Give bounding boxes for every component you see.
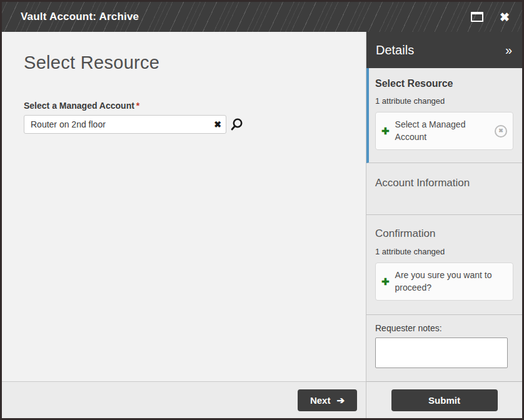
dialog-title: Vault Account: Archive xyxy=(21,11,471,23)
main-panel: Select Resource Select a Managed Account… xyxy=(2,32,366,418)
account-information-step-title: Account Information xyxy=(375,177,513,189)
managed-account-label-text: Select a Managed Account xyxy=(24,101,134,111)
required-asterisk: * xyxy=(136,101,139,111)
remove-change-icon[interactable]: ✖ xyxy=(495,125,507,138)
vault-account-archive-dialog: Vault Account: Archive ✖ Select Resource… xyxy=(0,0,524,420)
maximize-icon[interactable] xyxy=(471,12,483,22)
remove-change-x: ✖ xyxy=(498,128,503,134)
confirmation-attr-status: 1 attribute changed xyxy=(375,247,513,256)
dialog-titlebar: Vault Account: Archive ✖ xyxy=(2,2,522,32)
details-sidebar: Details » Select Resource 1 attribute ch… xyxy=(366,32,522,418)
dialog-body: Select Resource Select a Managed Account… xyxy=(2,32,522,418)
close-icon[interactable]: ✖ xyxy=(500,11,510,23)
select-resource-step-title: Select Resource xyxy=(375,78,513,89)
sidebar-section-account-information[interactable]: Account Information xyxy=(366,163,522,215)
plus-icon: ✚ xyxy=(381,277,390,286)
managed-account-input-row: ✖ xyxy=(24,115,347,134)
managed-account-field: Select a Managed Account* ✖ xyxy=(24,101,347,134)
select-resource-change-label: Select a Managed Account xyxy=(395,119,491,143)
search-icon[interactable] xyxy=(229,117,244,132)
clear-input-icon[interactable]: ✖ xyxy=(214,120,221,129)
requester-notes-section: Requester notes: xyxy=(366,315,522,381)
next-button[interactable]: Next ➔ xyxy=(298,389,357,411)
sidebar-section-select-resource[interactable]: Select Resource 1 attribute changed ✚ Se… xyxy=(366,68,522,163)
requester-notes-textarea[interactable] xyxy=(375,338,508,368)
chevron-double-right-icon[interactable]: » xyxy=(505,44,512,56)
select-resource-attr-status: 1 attribute changed xyxy=(375,96,513,106)
titlebar-actions: ✖ xyxy=(471,11,510,23)
main-content: Select Resource Select a Managed Account… xyxy=(2,32,366,381)
sidebar-section-confirmation[interactable]: Confirmation 1 attribute changed ✚ Are y… xyxy=(366,215,522,315)
next-button-label: Next xyxy=(310,395,331,406)
plus-icon: ✚ xyxy=(381,126,390,136)
details-header: Details » xyxy=(366,32,522,68)
sidebar-footer: Submit xyxy=(366,381,522,418)
page-title: Select Resource xyxy=(24,52,347,73)
managed-account-input-wrap: ✖ xyxy=(24,115,226,134)
managed-account-input[interactable] xyxy=(24,115,226,134)
main-footer: Next ➔ xyxy=(2,381,366,418)
confirmation-step-title: Confirmation xyxy=(375,228,513,240)
confirmation-change-label: Are you sure you want to proceed? xyxy=(395,269,503,294)
details-title: Details xyxy=(376,43,414,58)
requester-notes-label: Requester notes: xyxy=(375,323,513,333)
select-resource-change-card: ✚ Select a Managed Account ✖ xyxy=(375,112,513,150)
submit-button-label: Submit xyxy=(428,395,460,406)
confirmation-change-card: ✚ Are you sure you want to proceed? xyxy=(375,262,513,301)
arrow-right-icon: ➔ xyxy=(336,396,345,405)
managed-account-label: Select a Managed Account* xyxy=(24,101,347,111)
submit-button[interactable]: Submit xyxy=(391,389,498,411)
